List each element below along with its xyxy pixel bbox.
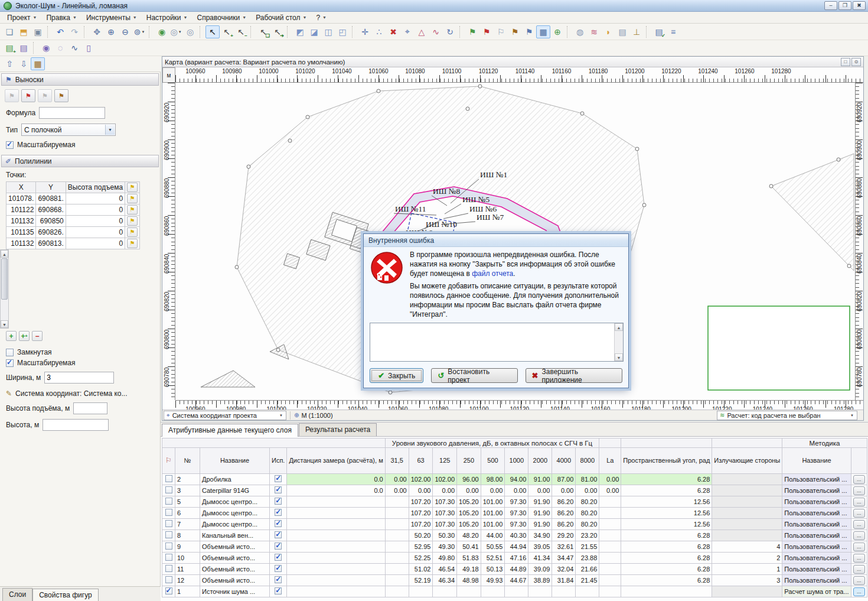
edit-nodes-icon[interactable]: ∴ [372,25,386,38]
bottom-tab-results[interactable]: Результаты расчета [299,423,377,436]
panel-tab-Свойства фигур[interactable]: Свойства фигур [32,589,99,601]
pin-icon[interactable]: ⊙ [851,58,861,66]
minimize-button[interactable]: – [824,1,837,10]
height-input[interactable] [43,419,109,431]
row-select-checkbox[interactable] [165,486,172,493]
table-row[interactable]: 6Дымосос центро...107.20107.30105.20101.… [162,508,867,519]
width-input[interactable] [44,372,114,384]
method-ellipsis-button[interactable]: ... [853,576,865,585]
row-select-checkbox[interactable] [165,576,172,583]
ungroup-icon[interactable]: ◰ [335,25,350,38]
table-row[interactable]: 9Объемный исто...52.9549.3050.4150.5544.… [162,541,867,553]
points-scrollbar[interactable]: ▲▼ [0,249,9,329]
callout-type-select[interactable]: С полочкой ▼ [21,124,116,136]
zoom-mode-icon[interactable]: ⊚▼ [132,25,146,38]
layers-icon[interactable]: ▤ [17,41,31,54]
line-source-icon[interactable]: ∿ [67,41,81,54]
polyline-icon[interactable]: ∿ [429,25,443,38]
zoom-region-icon[interactable]: ⊕ [550,25,564,38]
callout-all-icon[interactable]: ⚑ [522,25,536,38]
panel-bottom-icon[interactable]: ⇩ [17,57,31,70]
callout-style-icon[interactable]: ⚑ [508,25,522,38]
method-ellipsis-button[interactable]: ... [853,542,865,551]
point-row[interactable]: 101135690826.0⚑ [6,227,140,238]
table-row[interactable]: 1Источник шума ...Расчет шума от тра....… [162,586,867,597]
panel-top-icon[interactable]: ⇧ [2,57,17,70]
used-checkbox[interactable] [275,565,282,572]
comment-scrollbar[interactable]: ▲▼ [614,323,623,361]
table-row[interactable]: 8Канальный вен...50.2050.3048.2044.0040.… [162,530,867,541]
table-row[interactable]: 11Объемный исто...51.0246.5449.1850.1344… [162,564,867,575]
pick-on-map-button[interactable]: ⚑ [127,194,138,203]
callout-gray-icon[interactable]: ⚑ [38,89,52,102]
zoom-out-icon[interactable]: ⊖ [118,25,132,38]
calc-doc-icon[interactable]: ▤✓ [652,25,666,38]
method-ellipsis-button[interactable]: ... [853,498,865,506]
area-source-icon[interactable]: ◌ [53,41,67,54]
panel-props-icon[interactable]: ▦ [31,57,45,70]
used-checkbox[interactable] [275,509,282,516]
pick-on-map-button[interactable]: ⚑ [127,228,138,237]
menu-Рабочий стол[interactable]: Рабочий стол▼ [251,12,311,23]
select-cursor-icon[interactable]: ↖ [205,25,220,38]
point-row[interactable]: 101132690813.0⚑ [6,238,140,249]
menu-?[interactable]: ?▼ [311,12,331,23]
restore-button[interactable]: ❐ [838,1,851,10]
table-row[interactable]: 3Caterpillar 914G0.00.000.000.000.000.00… [162,485,867,496]
save-icon[interactable]: ▣ [31,25,45,38]
measure-grid-icon[interactable]: ▦ [536,25,550,38]
delete-icon[interactable]: ✖ [386,25,400,38]
close-button[interactable]: ✖ [853,1,866,10]
row-select-checkbox[interactable] [165,554,172,561]
error-comment-textarea[interactable]: ▲▼ [370,323,624,362]
row-select-checkbox[interactable] [165,587,172,594]
select-region-icon[interactable]: ⌖ [400,25,415,38]
callout-scalable-checkbox[interactable] [6,141,14,149]
select-plus-cursor-icon[interactable]: ↖+ [220,25,234,38]
undo-icon[interactable]: ↶ [53,25,67,38]
add-point-after-button[interactable]: ++ [19,331,30,341]
row-select-checkbox[interactable] [165,531,172,538]
method-ellipsis-button[interactable]: ... [853,509,865,518]
coord-system-label[interactable]: Система координат: Система ко... [15,389,127,398]
used-checkbox[interactable] [275,531,282,538]
bring-front-icon[interactable]: ◩ [293,25,307,38]
pick-on-map-button[interactable]: ⚑ [127,205,138,215]
formula-input[interactable] [39,107,105,119]
ruler-units-button[interactable]: м [162,67,175,83]
method-ellipsis-button[interactable]: ... [853,587,865,596]
point-row[interactable]: 101122690868.0⚑ [6,204,140,216]
calc-select[interactable]: ≋ Расчет: код расчета не выбран ▼ [717,411,857,420]
apply-object-icon[interactable]: ◎▼ [169,25,183,38]
add-point-button[interactable]: + [6,331,17,341]
filter-icon[interactable]: ⚐ [165,456,172,464]
table-row[interactable]: 5Дымосос центро...107.20107.30105.20101.… [162,496,867,508]
add-object-icon[interactable]: ◉ [155,25,169,38]
used-checkbox[interactable] [275,587,282,594]
used-checkbox[interactable] [275,498,282,505]
close-error-button[interactable]: ✔ Закрыть [370,368,423,383]
coord-system-select[interactable]: ⌖ Система координат проекта ▼ [164,411,286,420]
used-checkbox[interactable] [275,486,282,493]
pick-object-icon[interactable]: ◎ [183,25,197,38]
calc-icon[interactable]: ≡ [666,25,680,38]
row-select-checkbox[interactable] [165,509,172,516]
open-project-icon[interactable]: ⬒ [17,25,31,38]
pick-on-map-button[interactable]: ⚑ [127,216,138,226]
bottom-tab-attributes[interactable]: Атрибутивные данные текущего слоя [162,424,298,437]
error-dialog-title[interactable]: Внутренняя ошибка [364,234,628,247]
method-ellipsis-button[interactable]: ... [853,554,865,563]
terminate-app-button[interactable]: ✖ Завершить приложение [526,368,622,383]
menu-Правка[interactable]: Правка▼ [41,12,81,23]
row-select-checkbox[interactable] [165,475,172,482]
building-source-icon[interactable]: ▯ [81,41,96,54]
callout-auto-icon[interactable]: ⚑ [5,89,19,102]
used-checkbox[interactable] [275,475,282,482]
used-checkbox[interactable] [275,520,282,527]
lift-height-input[interactable] [73,402,107,414]
callout-edit-icon[interactable]: ⚐ [494,25,508,38]
redo-icon[interactable]: ↷ [67,25,81,38]
copy-figure-cursor-icon[interactable]: ↖❏ [256,25,270,38]
row-select-checkbox[interactable] [165,565,172,572]
select-minus-cursor-icon[interactable]: ↖− [234,25,248,38]
